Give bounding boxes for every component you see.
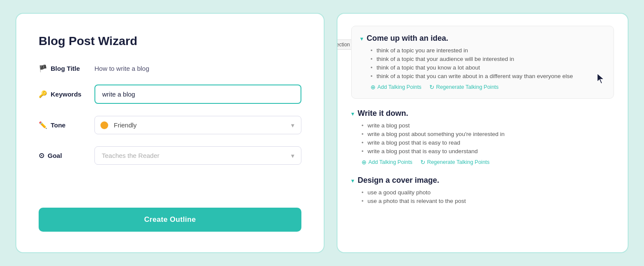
section-design-header: ▾ Design a cover image. — [351, 176, 614, 185]
section-design-chevron-icon[interactable]: ▾ — [351, 177, 354, 184]
regen-talking-points-button-1[interactable]: ↻ Regenerate Talking Points — [420, 159, 490, 166]
section-write-header: ▾ Write it down. — [351, 109, 614, 118]
cursor-icon — [596, 73, 606, 85]
goal-row: ⊙ Goal Teaches the Reader ▼ — [39, 146, 301, 165]
list-item: use a photo that is relevant to the post — [361, 198, 614, 204]
page-title: Blog Post Wizard — [39, 34, 301, 48]
blog-title-value: How to write a blog — [94, 65, 149, 72]
list-item: think of a topic that your audience will… — [371, 56, 605, 62]
section-write-points: write a blog post write a blog post abou… — [351, 122, 614, 154]
goal-chevron-icon: ▼ — [290, 152, 295, 159]
goal-select-wrapper: Teaches the Reader ▼ — [94, 146, 301, 165]
regen-talking-points-button-0[interactable]: ↻ Regenerate Talking Points — [429, 84, 499, 91]
add-icon: ⊕ — [361, 159, 367, 166]
section-write: ▾ Write it down. write a blog post write… — [351, 109, 614, 166]
goal-select-display[interactable]: Teaches the Reader — [94, 146, 301, 165]
left-panel: Blog Post Wizard 🏴 Blog Title How to wri… — [15, 13, 325, 253]
section-idea-header: ▾ Come up with an idea. — [360, 34, 605, 43]
flag-icon: 🏴 — [39, 64, 47, 73]
list-item: write a blog post that is easy to read — [361, 139, 614, 146]
section-idea: ▾ Come up with an idea. think of a topic… — [351, 26, 614, 99]
list-item: write a blog post — [361, 122, 614, 129]
list-item: write a blog post that is easy to unders… — [361, 148, 614, 154]
tone-select[interactable]: Friendly Professional Casual — [94, 116, 301, 134]
list-item: think of a topic that you know a lot abo… — [371, 64, 605, 71]
section-design-title: Design a cover image. — [358, 176, 439, 185]
add-talking-points-button-0[interactable]: ⊕ Add Talking Points — [371, 84, 422, 91]
right-panel: Section ▾ Come up with an idea. think of… — [337, 13, 629, 253]
blog-title-row: 🏴 Blog Title How to write a blog — [39, 64, 301, 73]
tone-row: ✏️ Tone Friendly Professional Casual ▼ — [39, 116, 301, 134]
section-idea-chevron-icon[interactable]: ▾ — [360, 35, 363, 42]
section-idea-points: think of a topic you are interested in t… — [360, 47, 605, 79]
add-icon: ⊕ — [371, 84, 376, 91]
list-item: think of a topic you are interested in — [371, 47, 605, 54]
list-item: write a blog post about something you're… — [361, 131, 614, 137]
section-write-chevron-icon[interactable]: ▾ — [351, 110, 354, 117]
tone-emoji-icon — [100, 121, 108, 129]
key-icon: 🔑 — [39, 90, 47, 98]
goal-label: ⊙ Goal — [39, 151, 94, 160]
regen-icon: ↻ — [429, 84, 434, 91]
section-write-actions: ⊕ Add Talking Points ↻ Regenerate Talkin… — [351, 159, 614, 166]
tone-icon: ✏️ — [39, 121, 47, 129]
list-item: think of a topic that you can write abou… — [371, 73, 605, 79]
list-item: use a good quality photo — [361, 189, 614, 196]
section-idea-title: Come up with an idea. — [367, 34, 448, 43]
keywords-row: 🔑 Keywords — [39, 85, 301, 104]
section-design: ▾ Design a cover image. use a good quali… — [351, 176, 614, 204]
section-idea-actions: ⊕ Add Talking Points ↻ Regenerate Talkin… — [360, 84, 605, 91]
keywords-input[interactable] — [94, 85, 301, 104]
section-write-title: Write it down. — [358, 109, 408, 118]
regen-icon: ↻ — [420, 159, 425, 166]
section-design-points: use a good quality photo use a photo tha… — [351, 189, 614, 204]
svg-marker-0 — [597, 73, 604, 84]
keywords-label: 🔑 Keywords — [39, 90, 94, 98]
tone-label: ✏️ Tone — [39, 121, 94, 129]
create-outline-button[interactable]: Create Outline — [39, 208, 301, 232]
add-talking-points-button-1[interactable]: ⊕ Add Talking Points — [361, 159, 413, 166]
blog-title-label: 🏴 Blog Title — [39, 64, 94, 73]
tone-select-wrapper: Friendly Professional Casual ▼ — [94, 116, 301, 134]
goal-icon: ⊙ — [39, 151, 44, 160]
